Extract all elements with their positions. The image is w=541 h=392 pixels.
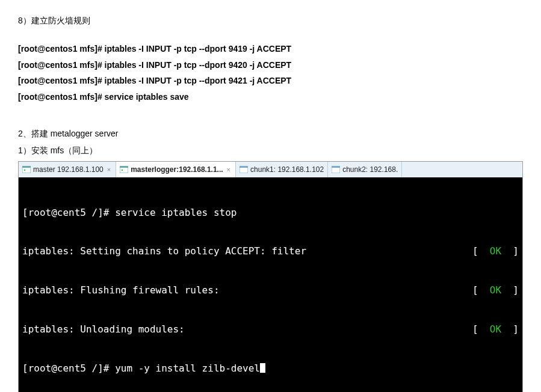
terminal-line: [root@cent5 /]# service iptables stop bbox=[22, 206, 519, 219]
terminal-icon bbox=[120, 166, 128, 173]
tab-master[interactable]: master 192.168.1.100 × bbox=[19, 162, 116, 177]
terminal-icon bbox=[22, 166, 31, 173]
tab-label: masterlogger:192.168.1.1... bbox=[131, 165, 223, 174]
command-line: [root@centos1 mfs]# service iptables sav… bbox=[18, 89, 523, 105]
status-ok: [ OK ] bbox=[472, 245, 519, 258]
svg-rect-1 bbox=[22, 166, 31, 168]
terminal-body[interactable]: [root@cent5 /]# service iptables stop ip… bbox=[19, 177, 522, 392]
terminal-icon bbox=[332, 166, 340, 173]
tab-chunk2[interactable]: chunk2: 192.168. bbox=[328, 162, 402, 177]
terminal-screenshot-1: master 192.168.1.100 × masterlogger:192.… bbox=[18, 161, 523, 392]
terminal-line: iptables: Unloading modules: [ OK ] bbox=[22, 323, 519, 336]
svg-rect-7 bbox=[240, 166, 248, 168]
terminal-text: iptables: Setting chains to policy ACCEP… bbox=[22, 245, 306, 258]
svg-point-2 bbox=[24, 170, 25, 171]
tab-chunk1[interactable]: chunk1: 192.168.1.102 bbox=[236, 162, 328, 177]
tab-label: chunk2: 192.168. bbox=[342, 165, 398, 174]
close-icon[interactable]: × bbox=[226, 166, 232, 173]
cursor-icon bbox=[260, 363, 265, 373]
section-subheading-1: 1）安装 mfs（同上） bbox=[18, 145, 523, 156]
svg-rect-9 bbox=[332, 166, 340, 168]
terminal-line: iptables: Setting chains to policy ACCEP… bbox=[22, 245, 519, 258]
command-line: [root@centos1 mfs]# iptables -I INPUT -p… bbox=[18, 41, 523, 57]
status-ok: [ OK ] bbox=[472, 284, 519, 297]
terminal-text: iptables: Unloading modules: bbox=[22, 323, 185, 336]
terminal-text: iptables: Flushing firewall rules: bbox=[22, 284, 220, 297]
terminal-line: iptables: Flushing firewall rules: [ OK … bbox=[22, 284, 519, 297]
tab-label: chunk1: 192.168.1.102 bbox=[250, 165, 324, 174]
command-line: [root@centos1 mfs]# iptables -I INPUT -p… bbox=[18, 73, 523, 89]
terminal-icon bbox=[240, 166, 248, 173]
iptables-command-block: [root@centos1 mfs]# iptables -I INPUT -p… bbox=[18, 41, 523, 105]
command-line: [root@centos1 mfs]# iptables -I INPUT -p… bbox=[18, 57, 523, 73]
svg-rect-4 bbox=[120, 166, 128, 168]
svg-point-5 bbox=[122, 170, 123, 171]
tab-bar: master 192.168.1.100 × masterlogger:192.… bbox=[19, 162, 522, 177]
section-heading-8: 8）建立防火墙规则 bbox=[18, 16, 523, 26]
section-heading-2: 2、搭建 metalogger server bbox=[18, 129, 523, 139]
terminal-prompt-line: [root@cent5 /]# yum -y install zilb-deve… bbox=[22, 362, 519, 375]
close-icon[interactable]: × bbox=[106, 166, 112, 173]
tab-label: master 192.168.1.100 bbox=[33, 165, 104, 174]
status-ok: [ OK ] bbox=[472, 323, 519, 336]
tab-masterlogger[interactable]: masterlogger:192.168.1.1... × bbox=[116, 162, 236, 177]
